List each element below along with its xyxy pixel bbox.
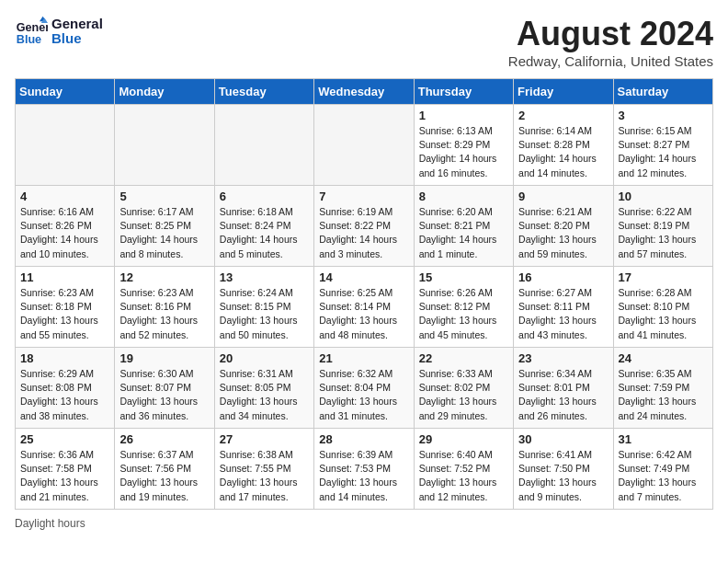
calendar-cell: 8Sunrise: 6:20 AMSunset: 8:21 PMDaylight… bbox=[414, 186, 513, 267]
logo-icon: General Blue bbox=[15, 15, 48, 48]
day-number: 2 bbox=[518, 109, 608, 122]
calendar-cell: 25Sunrise: 6:36 AMSunset: 7:58 PMDayligh… bbox=[16, 429, 115, 510]
calendar-cell: 26Sunrise: 6:37 AMSunset: 7:56 PMDayligh… bbox=[115, 429, 214, 510]
day-number: 27 bbox=[220, 432, 309, 446]
day-number: 19 bbox=[119, 351, 209, 365]
day-number: 7 bbox=[319, 190, 408, 203]
logo-line2: Blue bbox=[51, 31, 103, 47]
day-info: Sunrise: 6:39 AMSunset: 7:53 PMDaylight:… bbox=[319, 448, 408, 504]
calendar-cell bbox=[115, 105, 214, 186]
day-info: Sunrise: 6:21 AMSunset: 8:20 PMDaylight:… bbox=[518, 205, 608, 261]
week-row-1: 1Sunrise: 6:13 AMSunset: 8:29 PMDaylight… bbox=[16, 105, 713, 186]
day-info: Sunrise: 6:34 AMSunset: 8:01 PMDaylight:… bbox=[518, 367, 608, 423]
day-number: 24 bbox=[619, 351, 708, 365]
day-number: 6 bbox=[220, 190, 309, 203]
week-row-5: 25Sunrise: 6:36 AMSunset: 7:58 PMDayligh… bbox=[16, 429, 713, 510]
day-info: Sunrise: 6:22 AMSunset: 8:19 PMDaylight:… bbox=[619, 205, 708, 261]
day-number: 23 bbox=[518, 351, 608, 365]
day-number: 5 bbox=[119, 190, 209, 203]
calendar-cell: 21Sunrise: 6:32 AMSunset: 8:04 PMDayligh… bbox=[314, 348, 414, 429]
day-number: 25 bbox=[20, 432, 109, 446]
day-info: Sunrise: 6:16 AMSunset: 8:26 PMDaylight:… bbox=[20, 205, 109, 261]
day-number: 30 bbox=[518, 432, 608, 446]
calendar-cell: 18Sunrise: 6:29 AMSunset: 8:08 PMDayligh… bbox=[16, 348, 115, 429]
calendar-cell: 11Sunrise: 6:23 AMSunset: 8:18 PMDayligh… bbox=[16, 267, 115, 348]
day-number: 22 bbox=[419, 351, 508, 365]
day-header-tuesday: Tuesday bbox=[214, 79, 313, 105]
page-header: General Blue General Blue August 2024 Re… bbox=[15, 15, 713, 69]
day-info: Sunrise: 6:26 AMSunset: 8:12 PMDaylight:… bbox=[419, 286, 508, 342]
calendar-cell: 24Sunrise: 6:35 AMSunset: 7:59 PMDayligh… bbox=[613, 348, 712, 429]
calendar-header: SundayMondayTuesdayWednesdayThursdayFrid… bbox=[16, 79, 713, 105]
day-info: Sunrise: 6:20 AMSunset: 8:21 PMDaylight:… bbox=[419, 205, 508, 261]
footer-text: Daylight hours bbox=[15, 517, 85, 530]
day-number: 4 bbox=[20, 190, 109, 203]
day-header-saturday: Saturday bbox=[613, 79, 712, 105]
svg-text:Blue: Blue bbox=[17, 33, 41, 46]
calendar-cell: 20Sunrise: 6:31 AMSunset: 8:05 PMDayligh… bbox=[214, 348, 313, 429]
day-number: 15 bbox=[419, 270, 508, 284]
day-header-monday: Monday bbox=[115, 79, 214, 105]
day-info: Sunrise: 6:28 AMSunset: 8:10 PMDaylight:… bbox=[619, 286, 708, 342]
calendar-cell: 4Sunrise: 6:16 AMSunset: 8:26 PMDaylight… bbox=[16, 186, 115, 267]
calendar-cell bbox=[214, 105, 313, 186]
calendar-cell: 12Sunrise: 6:23 AMSunset: 8:16 PMDayligh… bbox=[115, 267, 214, 348]
day-info: Sunrise: 6:30 AMSunset: 8:07 PMDaylight:… bbox=[119, 367, 209, 423]
day-number: 21 bbox=[319, 351, 408, 365]
week-row-2: 4Sunrise: 6:16 AMSunset: 8:26 PMDaylight… bbox=[16, 186, 713, 267]
day-number: 20 bbox=[220, 351, 309, 365]
calendar-cell: 13Sunrise: 6:24 AMSunset: 8:15 PMDayligh… bbox=[214, 267, 313, 348]
logo: General Blue General Blue bbox=[15, 15, 103, 48]
month-year: August 2024 bbox=[508, 15, 713, 53]
calendar-cell: 23Sunrise: 6:34 AMSunset: 8:01 PMDayligh… bbox=[514, 348, 613, 429]
day-info: Sunrise: 6:23 AMSunset: 8:16 PMDaylight:… bbox=[119, 286, 209, 342]
calendar-cell: 2Sunrise: 6:14 AMSunset: 8:28 PMDaylight… bbox=[514, 105, 613, 186]
title-block: August 2024 Redway, California, United S… bbox=[508, 15, 713, 69]
week-row-4: 18Sunrise: 6:29 AMSunset: 8:08 PMDayligh… bbox=[16, 348, 713, 429]
calendar-cell: 19Sunrise: 6:30 AMSunset: 8:07 PMDayligh… bbox=[115, 348, 214, 429]
day-number: 13 bbox=[220, 270, 309, 284]
day-info: Sunrise: 6:33 AMSunset: 8:02 PMDaylight:… bbox=[419, 367, 508, 423]
day-info: Sunrise: 6:38 AMSunset: 7:55 PMDaylight:… bbox=[220, 448, 309, 504]
day-info: Sunrise: 6:19 AMSunset: 8:22 PMDaylight:… bbox=[319, 205, 408, 261]
calendar-cell: 7Sunrise: 6:19 AMSunset: 8:22 PMDaylight… bbox=[314, 186, 414, 267]
day-header-friday: Friday bbox=[514, 79, 613, 105]
day-info: Sunrise: 6:13 AMSunset: 8:29 PMDaylight:… bbox=[419, 124, 508, 180]
calendar-cell: 17Sunrise: 6:28 AMSunset: 8:10 PMDayligh… bbox=[613, 267, 712, 348]
day-info: Sunrise: 6:15 AMSunset: 8:27 PMDaylight:… bbox=[619, 124, 708, 180]
day-info: Sunrise: 6:42 AMSunset: 7:49 PMDaylight:… bbox=[619, 448, 708, 504]
calendar-cell: 3Sunrise: 6:15 AMSunset: 8:27 PMDaylight… bbox=[613, 105, 712, 186]
calendar-cell: 16Sunrise: 6:27 AMSunset: 8:11 PMDayligh… bbox=[514, 267, 613, 348]
calendar-cell: 28Sunrise: 6:39 AMSunset: 7:53 PMDayligh… bbox=[314, 429, 414, 510]
day-header-sunday: Sunday bbox=[16, 79, 115, 105]
day-number: 14 bbox=[319, 270, 408, 284]
week-row-3: 11Sunrise: 6:23 AMSunset: 8:18 PMDayligh… bbox=[16, 267, 713, 348]
day-info: Sunrise: 6:27 AMSunset: 8:11 PMDaylight:… bbox=[518, 286, 608, 342]
day-number: 9 bbox=[518, 190, 608, 203]
calendar-table: SundayMondayTuesdayWednesdayThursdayFrid… bbox=[15, 78, 713, 510]
day-info: Sunrise: 6:41 AMSunset: 7:50 PMDaylight:… bbox=[518, 448, 608, 504]
calendar-cell: 14Sunrise: 6:25 AMSunset: 8:14 PMDayligh… bbox=[314, 267, 414, 348]
logo-line1: General bbox=[51, 17, 103, 32]
footer: Daylight hours bbox=[15, 517, 713, 530]
day-info: Sunrise: 6:17 AMSunset: 8:25 PMDaylight:… bbox=[119, 205, 209, 261]
day-info: Sunrise: 6:24 AMSunset: 8:15 PMDaylight:… bbox=[220, 286, 309, 342]
calendar-cell: 6Sunrise: 6:18 AMSunset: 8:24 PMDaylight… bbox=[214, 186, 313, 267]
calendar-cell: 22Sunrise: 6:33 AMSunset: 8:02 PMDayligh… bbox=[414, 348, 513, 429]
calendar-cell: 15Sunrise: 6:26 AMSunset: 8:12 PMDayligh… bbox=[414, 267, 513, 348]
day-info: Sunrise: 6:14 AMSunset: 8:28 PMDaylight:… bbox=[518, 124, 608, 180]
day-info: Sunrise: 6:18 AMSunset: 8:24 PMDaylight:… bbox=[220, 205, 309, 261]
day-info: Sunrise: 6:32 AMSunset: 8:04 PMDaylight:… bbox=[319, 367, 408, 423]
header-row: SundayMondayTuesdayWednesdayThursdayFrid… bbox=[16, 79, 713, 105]
calendar-body: 1Sunrise: 6:13 AMSunset: 8:29 PMDaylight… bbox=[16, 105, 713, 510]
calendar-cell: 5Sunrise: 6:17 AMSunset: 8:25 PMDaylight… bbox=[115, 186, 214, 267]
day-number: 8 bbox=[419, 190, 508, 203]
calendar-cell bbox=[16, 105, 115, 186]
day-number: 12 bbox=[119, 270, 209, 284]
calendar-cell: 1Sunrise: 6:13 AMSunset: 8:29 PMDaylight… bbox=[414, 105, 513, 186]
calendar-cell: 31Sunrise: 6:42 AMSunset: 7:49 PMDayligh… bbox=[613, 429, 712, 510]
day-number: 29 bbox=[419, 432, 508, 446]
day-number: 1 bbox=[419, 109, 508, 122]
calendar-cell: 30Sunrise: 6:41 AMSunset: 7:50 PMDayligh… bbox=[514, 429, 613, 510]
day-info: Sunrise: 6:31 AMSunset: 8:05 PMDaylight:… bbox=[220, 367, 309, 423]
